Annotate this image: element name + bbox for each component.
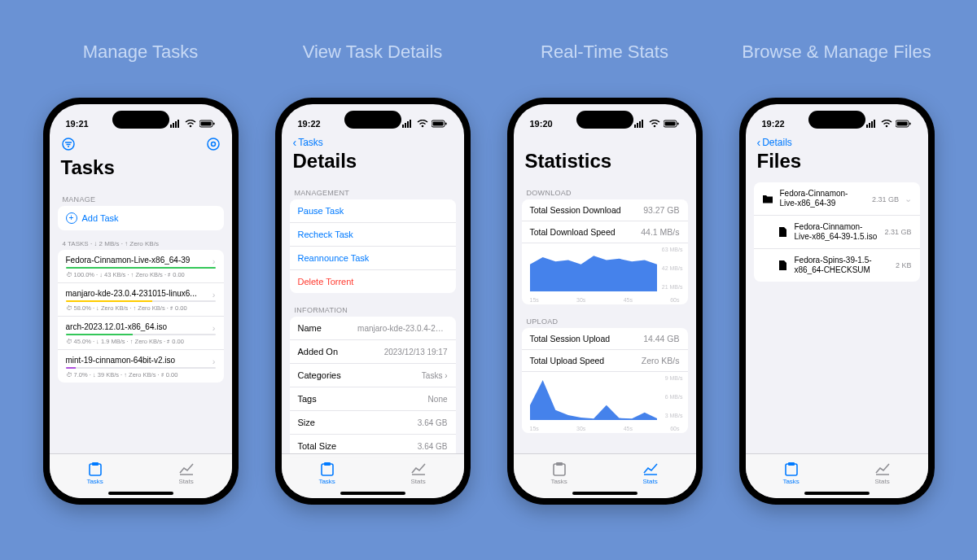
y-tick: 21 MB/s (662, 284, 683, 290)
page-title: Statistics (525, 150, 685, 173)
x-tick: 30s (576, 297, 585, 303)
svg-rect-35 (677, 123, 679, 125)
signal-icon (634, 120, 646, 128)
tab-tasks[interactable]: Tasks (86, 462, 103, 485)
task-row[interactable]: mint-19-cinnamon-64bit-v2.iso›⏱ 7.0% · ↓… (58, 350, 224, 383)
delete-torrent-button[interactable]: Delete Torrent (290, 270, 456, 293)
svg-rect-37 (556, 462, 563, 466)
back-button[interactable]: ‹ Tasks (293, 137, 453, 148)
y-tick: 9 MB/s (665, 375, 683, 381)
section-header-upload: UPLOAD (522, 311, 688, 328)
file-row[interactable]: Fedora-Cinnamon-Live-x86_64-39-1.5.iso2.… (754, 216, 920, 249)
section-header-manage: MANAGE (58, 189, 224, 206)
recheck-task-button[interactable]: Recheck Task (290, 223, 456, 247)
wifi-icon (417, 120, 428, 128)
pause-task-button[interactable]: Pause Task (290, 199, 456, 223)
home-indicator[interactable] (340, 492, 405, 495)
task-row[interactable]: Fedora-Cinnamon-Live-x86_64-39›⏱ 100.0% … (58, 250, 224, 283)
svg-rect-3 (177, 120, 179, 128)
svg-rect-41 (871, 121, 873, 128)
task-row[interactable]: manjaro-kde-23.0.4-231015-linux6...›⏱ 58… (58, 283, 224, 317)
tab-stats[interactable]: Stats (178, 462, 195, 485)
tab-tasks[interactable]: Tasks (782, 462, 799, 485)
file-row[interactable]: Fedora-Cinnamon-Live-x86_64-392.31 GB ⌄ (754, 182, 920, 216)
x-tick: 15s (530, 297, 539, 303)
svg-rect-29 (637, 123, 638, 128)
tasks-icon (87, 462, 103, 476)
filter-icon[interactable] (61, 137, 76, 155)
add-task-button[interactable]: + Add Task (58, 206, 224, 230)
file-row[interactable]: Fedora-Spins-39-1.5-x86_64-CHECKSUM2 KB (754, 249, 920, 282)
back-button[interactable]: ‹ Details (757, 137, 917, 148)
info-value: 3.64 GB (418, 442, 448, 451)
svg-point-13 (211, 142, 215, 147)
file-icon (777, 226, 788, 238)
info-label: Total Size (298, 441, 337, 451)
home-indicator[interactable] (804, 492, 870, 495)
stat-value: 93.27 GB (643, 205, 679, 215)
battery-icon (199, 120, 216, 128)
info-value: 3.64 GB (418, 418, 448, 427)
task-stats: ⏱ 45.0% · ↓ 1.9 MB/s · ↑ Zero KB/s · ⇄ 0… (66, 338, 216, 345)
feature-heading: Manage Tasks (80, 41, 201, 98)
svg-rect-45 (896, 122, 907, 126)
svg-rect-48 (788, 462, 795, 466)
task-row[interactable]: arch-2023.12.01-x86_64.iso›⏱ 45.0% · ↓ 1… (58, 317, 224, 350)
settings-icon[interactable] (206, 137, 221, 155)
chevron-left-icon: ‹ (293, 137, 297, 148)
progress-bar (66, 334, 134, 335)
file-name: Fedora-Cinnamon-Live-x86_64-39 (780, 189, 865, 208)
svg-rect-17 (402, 125, 404, 128)
plus-icon: + (66, 212, 77, 224)
tab-stats[interactable]: Stats (642, 462, 659, 485)
tab-label: Tasks (782, 478, 799, 485)
chevron-right-icon: › (212, 290, 216, 300)
section-header-management: MANAGEMENT (290, 182, 456, 199)
info-row: TagsNone (290, 387, 456, 411)
reannounce-task-button[interactable]: Reannounce Task (290, 247, 456, 270)
battery-icon (432, 120, 448, 128)
svg-point-21 (421, 125, 423, 128)
info-label: Size (298, 418, 315, 427)
stat-value: 14.44 GB (643, 334, 679, 343)
info-row: Added On2023/12/13 19:17 (290, 340, 456, 364)
file-size: 2.31 GB (884, 228, 911, 236)
progress-track (66, 300, 216, 302)
section-header-information: INFORMATION (290, 300, 456, 317)
home-indicator[interactable] (572, 492, 637, 495)
svg-rect-1 (173, 123, 174, 128)
tab-label: Stats (178, 478, 193, 485)
info-row: Size3.64 GB (290, 411, 456, 435)
task-list: Fedora-Cinnamon-Live-x86_64-39›⏱ 100.0% … (58, 250, 224, 383)
phone-frame: 19:22 ‹ Tasks Details MANAGEMENT (275, 98, 471, 505)
status-time: 19:22 (298, 119, 321, 129)
tasks-summary: 4 TASKS · ↓ 2 MB/s · ↑ Zero KB/s (58, 237, 224, 250)
progress-track (66, 267, 216, 269)
home-indicator[interactable] (108, 492, 173, 495)
status-time: 19:22 (762, 119, 785, 129)
svg-rect-40 (869, 123, 870, 128)
progress-track (66, 334, 216, 335)
stats-icon (874, 462, 891, 476)
file-list: Fedora-Cinnamon-Live-x86_64-392.31 GB ⌄F… (754, 182, 920, 282)
battery-icon (896, 120, 912, 128)
svg-rect-34 (664, 122, 675, 126)
x-tick: 45s (624, 426, 633, 431)
status-time: 19:21 (66, 119, 89, 129)
info-label: Name (298, 323, 322, 333)
progress-track (66, 367, 216, 369)
tab-label: Tasks (86, 478, 103, 485)
phone-frame: 19:22 ‹ Details Files Fedora-Cinnamon (739, 98, 935, 505)
tab-tasks[interactable]: Tasks (318, 462, 335, 485)
task-name: Fedora-Cinnamon-Live-x86_64-39 (66, 256, 191, 265)
svg-point-43 (885, 125, 887, 128)
feature-heading: View Task Details (300, 41, 446, 98)
tab-stats[interactable]: Stats (410, 462, 427, 485)
folder-icon (762, 193, 773, 204)
info-label: Tags (298, 394, 317, 404)
tab-stats[interactable]: Stats (874, 462, 891, 485)
action-label: Pause Task (298, 206, 344, 216)
svg-rect-46 (909, 123, 911, 125)
tab-tasks[interactable]: Tasks (550, 462, 567, 485)
phone-frame: 19:21 Tasks MANAGE (43, 98, 239, 505)
